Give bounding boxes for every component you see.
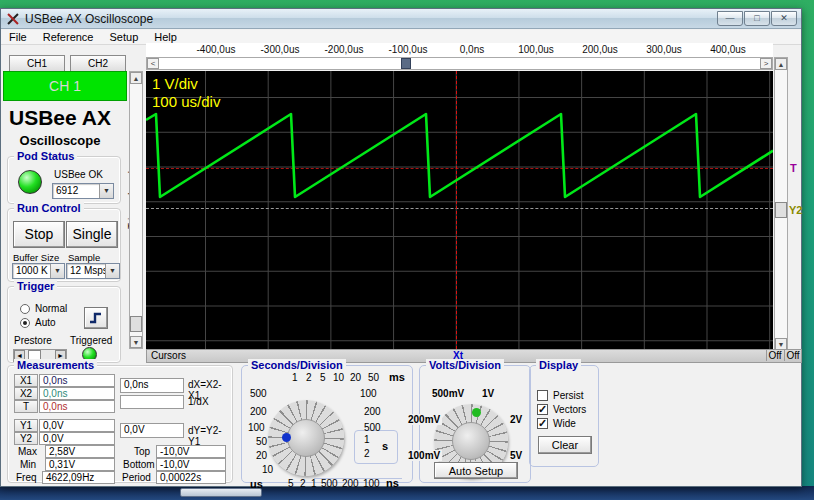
minimize-button[interactable]: — [717,11,743,26]
auto-setup-button[interactable]: Auto Setup [434,462,518,479]
seconds-division-knob[interactable] [287,419,325,457]
scroll-right-icon[interactable]: > [760,58,772,69]
menu-setup[interactable]: Setup [102,31,147,43]
sdiv-us-50[interactable]: 50 [256,436,267,447]
sdiv-us-10[interactable]: 10 [262,464,273,475]
sdiv-us-2[interactable]: 2 [300,478,306,489]
title-bar[interactable]: USBee AX Oscilloscope — □ ✕ [1,9,801,29]
close-button[interactable]: ✕ [771,11,797,26]
sdiv-us-500[interactable]: 500 [250,388,267,399]
scroll-up-icon[interactable]: ▲ [130,72,142,84]
x1-label: X1 [14,374,38,387]
sdiv-ns-200[interactable]: 200 [342,478,359,489]
vdiv-5v[interactable]: 5V [510,450,522,461]
sdiv-us-200[interactable]: 200 [250,406,267,417]
sdiv-us-1[interactable]: 1 [311,478,317,489]
sdiv-us-5[interactable]: 5 [288,478,294,489]
maximize-button[interactable]: □ [744,11,770,26]
time-tick: -400,0us [197,44,236,55]
seconds-dial-indicator [282,433,291,442]
single-button[interactable]: Single [66,221,118,248]
taskbar-button[interactable] [180,488,262,497]
vectors-checkbox[interactable] [537,404,548,415]
sdiv-ns-100[interactable]: 100 [363,478,380,489]
seconds-division-group: Seconds/Division 1 2 5 10 20 50 ms 100 2… [241,365,413,483]
top-label: Top [134,446,150,457]
scope-display[interactable]: 1 V/div 100 us/div [146,71,773,349]
run-control-group: Run Control Stop Single Buffer Size Samp… [7,208,121,282]
wide-checkbox[interactable] [537,418,548,429]
sdiv-us-20[interactable]: 20 [256,450,267,461]
cursor-off-1[interactable]: Off [766,350,783,361]
vdiv-1v[interactable]: 1V [482,388,494,399]
menu-help[interactable]: Help [146,31,185,43]
tab-ch2[interactable]: CH2 [70,55,126,71]
sdiv-us-100[interactable]: 100 [248,422,265,433]
menu-file[interactable]: File [1,31,35,43]
sdiv-ms-1[interactable]: 1 [292,372,298,383]
sdiv-ms-5[interactable]: 5 [320,372,326,383]
sdiv-s-1[interactable]: 1 [364,434,370,445]
sdiv-ms-200[interactable]: 200 [364,406,381,417]
max-label: Max [18,446,37,457]
trigger-level-thumb[interactable] [130,316,142,332]
y-cursor-thumb[interactable] [775,202,787,218]
sdiv-ms-2[interactable]: 2 [306,372,312,383]
sdiv-ms-20[interactable]: 20 [350,372,361,383]
vdiv-2v[interactable]: 2V [510,414,522,425]
trigger-normal-radio[interactable] [20,304,30,314]
trigger-edge-button[interactable] [84,307,108,329]
measurements-group: Measurements X1 0,0ns X2 0,0ns T 0,0ns 0… [7,365,233,483]
sdiv-ms-50[interactable]: 50 [368,372,379,383]
horizontal-scrollbar[interactable]: < > [146,57,773,70]
bottom-value: -10,0V [156,458,226,471]
scroll-left-icon[interactable]: < [147,58,159,69]
display-title: Display [536,359,581,371]
vdiv-100mv[interactable]: 100mV [406,450,442,461]
chevron-down-icon[interactable]: ▼ [50,264,64,278]
volts-division-knob[interactable] [452,422,490,460]
buffer-size-combo[interactable]: 1000 K ▼ [12,263,65,279]
scroll-up-icon[interactable]: ▲ [775,58,787,70]
persist-checkbox[interactable] [537,390,548,401]
sdiv-ms-10[interactable]: 10 [333,372,344,383]
y-cursor-scrollbar[interactable]: ▲ ▼ [774,57,788,351]
menu-reference[interactable]: Reference [35,31,102,43]
time-tick: -100,0us [389,44,428,55]
pod-id-combo[interactable]: 6912 ▼ [52,183,114,199]
sample-rate-value: 12 Msps [67,264,105,278]
vdiv-500mv[interactable]: 500mV [432,388,464,399]
pod-status-title: Pod Status [14,150,77,162]
sample-rate-combo[interactable]: 12 Msps ▼ [66,263,120,279]
top-value: -10,0V [156,445,226,458]
chevron-down-icon[interactable]: ▼ [105,264,119,278]
x2-value: 0,0ns [39,387,115,400]
sdiv-s-unit: s [382,440,388,452]
scroll-down-icon[interactable]: ▼ [130,336,142,348]
prestore-label: Prestore [14,335,52,346]
t-label: T [14,400,38,413]
x1-value: 0,0ns [39,374,115,387]
period-value: 0,00022s [156,471,226,484]
buffer-size-value: 1000 K [13,264,50,278]
y2-marker[interactable]: Y2 [789,204,802,216]
stop-button[interactable]: Stop [13,221,65,248]
clear-button[interactable]: Clear [538,436,592,454]
rising-edge-icon [88,311,104,325]
freq-label: Freq [16,472,37,483]
trigger-marker[interactable]: T [790,162,797,174]
trigger-auto-radio[interactable] [20,318,30,328]
vdiv-200mv[interactable]: 200mV [406,414,442,425]
cursor-off-2[interactable]: Off [784,350,801,361]
tab-ch1[interactable]: CH1 [9,55,65,71]
hscroll-thumb[interactable] [401,58,411,69]
trigger-level-scrollbar[interactable]: ▲ ▼ [129,71,143,349]
sdiv-s-2[interactable]: 2 [364,448,370,459]
chevron-down-icon[interactable]: ▼ [99,184,113,198]
time-tick: -200,0us [325,44,364,55]
sdiv-ns-500[interactable]: 500 [321,478,338,489]
sdiv-ms-100[interactable]: 100 [360,388,377,399]
sdiv-ms-500[interactable]: 500 [364,422,381,433]
dy-value: 0,0V [120,423,184,438]
pod-id-value: 6912 [53,184,99,198]
